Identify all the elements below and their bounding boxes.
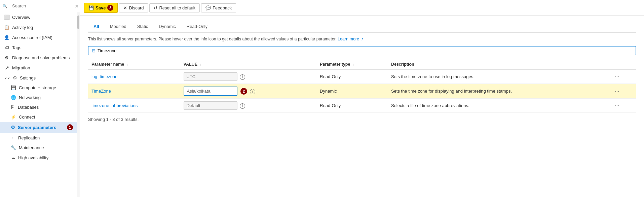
search-input[interactable]	[9, 2, 71, 10]
toolbar: Save 3 ✕ Discard ↺ Reset all to default …	[80, 0, 644, 16]
discard-icon: ✕	[123, 5, 127, 10]
param-name-link[interactable]: timezone_abbreviations	[91, 103, 138, 108]
info-icon[interactable]: i	[250, 89, 255, 94]
description-cell: Sets the time zone for displaying and in…	[388, 84, 609, 99]
sidebar-item-networking[interactable]: Networking	[0, 93, 77, 102]
save-badge: 3	[107, 5, 113, 11]
reset-button[interactable]: ↺ Reset all to default	[149, 3, 200, 12]
db-icon	[11, 105, 15, 110]
sidebar-scrollbar[interactable]	[77, 12, 80, 197]
sidebar-item-replication[interactable]: Replication	[0, 133, 77, 143]
sidebar-item-connect[interactable]: Connect	[0, 112, 77, 122]
col-actions	[609, 59, 636, 70]
value-input[interactable]	[184, 72, 237, 81]
sidebar-item-label: Tags	[12, 45, 21, 50]
save-button[interactable]: Save 3	[84, 3, 118, 13]
network-icon	[11, 95, 16, 100]
sidebar-item-label: High availability	[18, 155, 48, 160]
tags-icon	[4, 45, 9, 50]
sidebar: ✕ ≪ Overview Activity log Access control…	[0, 0, 80, 197]
sidebar-item-access-control[interactable]: Access control (IAM)	[0, 32, 77, 42]
learn-more-link[interactable]: Learn more ↗	[338, 37, 364, 41]
content-area: All Modified Static Dynamic Read-Only Th…	[80, 16, 644, 197]
tab-modified[interactable]: Modified	[105, 21, 132, 32]
tab-all[interactable]: All	[88, 21, 105, 32]
chevron-down-icon: ∨	[4, 75, 10, 80]
sidebar-item-settings[interactable]: ∨ Settings	[0, 73, 77, 83]
more-options-button[interactable]: ···	[613, 88, 621, 95]
sidebar-item-overview[interactable]: Overview	[0, 12, 77, 22]
table-row: TimeZone 2 i Dynamic Sets the time zone …	[88, 84, 636, 99]
sidebar-item-activity-log[interactable]: Activity log	[0, 22, 77, 32]
more-options-button[interactable]: ···	[613, 73, 621, 80]
info-text: This list shows all server parameters. P…	[88, 37, 636, 41]
sidebar-item-server-parameters[interactable]: Server parameters 1	[0, 122, 77, 133]
server-parameters-badge: 1	[67, 124, 73, 130]
reset-icon: ↺	[154, 5, 157, 10]
settings-icon	[13, 75, 17, 80]
sidebar-item-diagnose[interactable]: Diagnose and solve problems	[0, 53, 77, 63]
sort-icon[interactable]: ↑	[352, 63, 354, 66]
sort-icon[interactable]: ↑	[126, 63, 128, 66]
sidebar-item-label: Diagnose and solve problems	[12, 55, 70, 60]
more-options-button[interactable]: ···	[613, 102, 621, 109]
sidebar-item-label: Maintenance	[19, 145, 44, 150]
sidebar-item-migration[interactable]: Migration	[0, 63, 77, 73]
tab-read-only[interactable]: Read-Only	[181, 21, 213, 32]
param-type-cell: Dynamic	[316, 84, 388, 99]
sidebar-scrollbar-thumb[interactable]	[77, 15, 79, 29]
value-input[interactable]	[184, 101, 237, 110]
param-name-link[interactable]: log_timezone	[91, 74, 117, 79]
sidebar-item-high-availability[interactable]: High availability	[0, 153, 77, 163]
migration-icon	[4, 65, 9, 70]
maintenance-icon	[11, 145, 16, 150]
info-icon[interactable]: i	[240, 103, 245, 109]
col-param-name: Parameter name ↑	[88, 59, 180, 70]
sidebar-item-maintenance[interactable]: Maintenance	[0, 143, 77, 153]
description-cell: Sets the time zone to use in log message…	[388, 70, 609, 84]
discard-button[interactable]: ✕ Discard	[119, 3, 148, 12]
filter-bar: ⊟	[88, 46, 636, 55]
feedback-button[interactable]: 💬 Feedback	[201, 3, 236, 12]
sidebar-item-compute-storage[interactable]: Compute + storage	[0, 83, 77, 93]
col-value: VALUE ↑	[180, 59, 317, 70]
sidebar-item-databases[interactable]: Databases	[0, 102, 77, 112]
param-name-link[interactable]: TimeZone	[91, 89, 111, 94]
discard-label: Discard	[129, 5, 144, 10]
sidebar-item-label: Server parameters	[18, 125, 56, 130]
row-badge: 2	[240, 88, 247, 95]
col-description: Description	[388, 59, 609, 70]
sidebar-item-tags[interactable]: Tags	[0, 42, 77, 53]
info-icon[interactable]: i	[240, 74, 245, 80]
feedback-icon: 💬	[205, 5, 211, 10]
sidebar-item-label: Networking	[19, 95, 41, 100]
table-row: timezone_abbreviations i Read-Only Selec…	[88, 99, 636, 113]
search-icon	[3, 3, 7, 8]
col-param-type: Parameter type ↑	[316, 59, 388, 70]
tab-dynamic[interactable]: Dynamic	[153, 21, 181, 32]
filter-icon: ⊟	[92, 48, 96, 53]
search-clear-button[interactable]: ✕	[73, 3, 80, 9]
sidebar-item-label: Settings	[20, 75, 36, 80]
param-type-cell: Read-Only	[316, 99, 388, 113]
sidebar-item-label: Databases	[18, 105, 39, 110]
main-content: Save 3 ✕ Discard ↺ Reset all to default …	[80, 0, 644, 197]
filter-input[interactable]	[98, 48, 632, 53]
save-icon	[88, 5, 94, 10]
tab-static[interactable]: Static	[132, 21, 154, 32]
table-row: log_timezone i Read-Only Sets the time z…	[88, 70, 636, 84]
sort-icon[interactable]: ↑	[199, 63, 201, 66]
sidebar-item-label: Overview	[12, 15, 30, 20]
external-link-icon: ↗	[361, 37, 364, 41]
compute-icon	[11, 85, 16, 90]
value-input[interactable]	[184, 87, 237, 96]
sidebar-item-label: Migration	[12, 65, 30, 70]
access-icon	[4, 35, 9, 40]
replication-icon	[11, 135, 15, 140]
tabs: All Modified Static Dynamic Read-Only	[88, 21, 636, 33]
parameters-table: Parameter name ↑ VALUE ↑ Parameter type …	[88, 59, 636, 113]
results-text: Showing 1 - 3 of 3 results.	[88, 117, 636, 122]
description-cell: Selects a file of time zone abbreviation…	[388, 99, 609, 113]
sidebar-item-label: Access control (IAM)	[12, 35, 52, 40]
sidebar-item-label: Connect	[19, 114, 35, 120]
